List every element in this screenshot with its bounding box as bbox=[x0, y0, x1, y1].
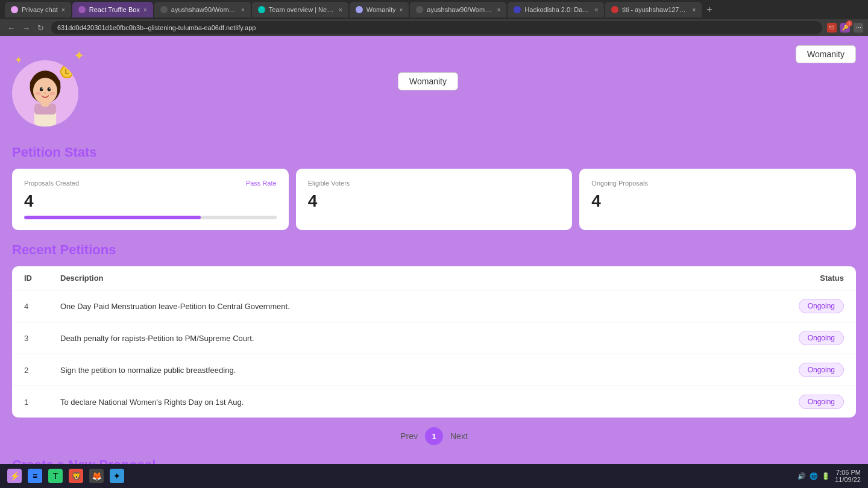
svg-point-1 bbox=[33, 78, 57, 104]
status-badge: Ongoing bbox=[799, 299, 844, 313]
taskbar-right: 🔊 🌐 🔋 7:06 PM 11/09/22 bbox=[797, 469, 861, 483]
proposals-created-label: Proposals Created bbox=[24, 180, 79, 187]
url-bar[interactable]: 631dd0d420301d1e0fbc0b3b--glistening-tul… bbox=[51, 21, 822, 34]
row-4-status-cell: Ongoing bbox=[747, 395, 844, 409]
progress-bar-container bbox=[24, 216, 277, 219]
header: ✦ ✦ bbox=[0, 48, 868, 127]
tab-icon-womanity bbox=[356, 6, 363, 13]
taskbar-icon-5[interactable]: ✦ bbox=[110, 469, 124, 483]
start-icon[interactable]: ⚡ bbox=[7, 469, 22, 483]
petition-stats-section: Petition Stats Proposals Created Pass Ra… bbox=[0, 145, 868, 230]
taskbar-icon-2[interactable]: T bbox=[48, 469, 63, 483]
tab-icon-team-overview bbox=[258, 6, 265, 13]
table-row: 2 Sign the petition to normalize public … bbox=[12, 354, 856, 386]
row-4-id: 1 bbox=[24, 398, 60, 407]
eligible-voters-label-row: Eligible Voters bbox=[308, 180, 561, 187]
coin-badge: L bbox=[60, 65, 74, 78]
brave-extension-icon[interactable]: 🛡 bbox=[827, 23, 837, 33]
ongoing-proposals-label: Ongoing Proposals bbox=[591, 180, 648, 187]
next-page-button[interactable]: Next bbox=[450, 431, 468, 441]
womanity-center-button[interactable]: Womanity bbox=[398, 72, 458, 90]
petitions-table: ID Description Status 4 One Day Paid Men… bbox=[12, 266, 856, 418]
recent-petitions-section: Recent Petitions ID Description Status 4… bbox=[0, 242, 868, 445]
taskbar-sys-icon-3: 🔋 bbox=[822, 472, 830, 480]
tab-close-privacy-chat[interactable]: × bbox=[61, 7, 65, 13]
proposals-created-card: Proposals Created Pass Rate 4 bbox=[12, 169, 289, 230]
current-page[interactable]: 1 bbox=[425, 427, 443, 445]
tab-label-womanity: Womanity bbox=[366, 6, 396, 13]
tab-titi[interactable]: titi - ayushshaw127@g... × bbox=[605, 2, 702, 17]
nav-buttons: ← → ↻ bbox=[5, 22, 46, 34]
proposals-created-value: 4 bbox=[24, 192, 277, 211]
tab-privacy-chat[interactable]: Privacy chat × bbox=[5, 2, 71, 17]
svg-point-7 bbox=[36, 92, 41, 95]
tab-close-ayushshaw-1[interactable]: × bbox=[241, 7, 245, 13]
forward-button[interactable]: → bbox=[20, 22, 33, 34]
taskbar-icon-4[interactable]: 🦊 bbox=[89, 469, 104, 483]
back-button[interactable]: ← bbox=[5, 22, 17, 34]
tab-close-hackodisha[interactable]: × bbox=[594, 7, 598, 13]
url-text: 631dd0d420301d1e0fbc0b3b--glistening-tul… bbox=[57, 24, 256, 31]
sparkle-icon-tr: ✦ bbox=[74, 48, 84, 64]
recent-petitions-title: Recent Petitions bbox=[12, 242, 856, 258]
taskbar-icon-1[interactable]: ≡ bbox=[28, 469, 42, 483]
row-1-status-cell: Ongoing bbox=[747, 299, 844, 313]
progress-bar-fill bbox=[24, 216, 201, 219]
reload-button[interactable]: ↻ bbox=[35, 22, 46, 34]
svg-point-4 bbox=[42, 88, 43, 89]
tab-label-ayushshaw-2: ayushshaw90/Womanit... bbox=[427, 6, 493, 13]
tab-label-titi: titi - ayushshaw127@g... bbox=[622, 6, 688, 13]
taskbar-sys-icons: 🔊 🌐 🔋 bbox=[797, 472, 830, 480]
tab-icon-ayushshaw-2 bbox=[416, 6, 423, 13]
col-header-id: ID bbox=[24, 274, 60, 283]
tab-close-womanity[interactable]: × bbox=[399, 7, 403, 13]
tab-ayushshaw-1[interactable]: ayushshaw90/Womanit... × bbox=[154, 2, 251, 17]
taskbar-date-display: 11/09/22 bbox=[835, 476, 861, 483]
extensions-area: 🛡 🔑 ! ⋯ bbox=[827, 23, 863, 33]
tab-hackodisha[interactable]: Hackodisha 2.0: Dashb... × bbox=[508, 2, 604, 17]
page-content: Womanity ✦ ✦ bbox=[0, 36, 868, 488]
row-2-status-cell: Ongoing bbox=[747, 331, 844, 345]
pagination: Prev 1 Next bbox=[12, 427, 856, 445]
womanity-center: Womanity bbox=[398, 72, 458, 90]
tab-ayushshaw-2[interactable]: ayushshaw90/Womanit... × bbox=[410, 2, 506, 17]
col-header-status: Status bbox=[747, 274, 844, 283]
taskbar-icon-3[interactable]: 🦁 bbox=[69, 469, 83, 483]
svg-point-2 bbox=[40, 87, 43, 91]
tab-womanity[interactable]: Womanity × bbox=[350, 2, 409, 17]
address-bar: ← → ↻ 631dd0d420301d1e0fbc0b3b--glisteni… bbox=[0, 19, 868, 36]
tab-icon-ayushshaw-1 bbox=[160, 6, 168, 13]
tab-label-ayushshaw-1: ayushshaw90/Womanit... bbox=[171, 6, 237, 13]
taskbar-sys-icon-1: 🔊 bbox=[797, 472, 806, 480]
svg-point-3 bbox=[48, 87, 51, 91]
tab-react-truffle[interactable]: React Truffle Box × bbox=[72, 2, 153, 17]
svg-point-11 bbox=[41, 101, 50, 107]
avatar-section: ✦ ✦ bbox=[12, 48, 90, 127]
proposals-created-label-row: Proposals Created Pass Rate bbox=[24, 180, 277, 187]
tab-close-ayushshaw-2[interactable]: × bbox=[497, 7, 500, 13]
tab-team-overview[interactable]: Team overview | Netlify × bbox=[252, 2, 348, 17]
tab-close-team-overview[interactable]: × bbox=[339, 7, 342, 13]
col-header-description: Description bbox=[60, 274, 747, 283]
row-1-id: 4 bbox=[24, 302, 60, 311]
pass-rate-label: Pass Rate bbox=[246, 180, 277, 187]
more-extensions-icon[interactable]: ⋯ bbox=[854, 23, 863, 33]
prev-page-button[interactable]: Prev bbox=[400, 431, 418, 441]
new-tab-button[interactable]: + bbox=[703, 4, 715, 15]
row-4-description: To declare National Women's Rights Day o… bbox=[60, 398, 747, 407]
status-badge: Ongoing bbox=[799, 395, 844, 409]
svg-point-6 bbox=[44, 92, 46, 94]
ongoing-proposals-label-row: Ongoing Proposals bbox=[591, 180, 844, 187]
row-2-id: 3 bbox=[24, 334, 60, 343]
tab-icon-titi bbox=[611, 6, 618, 13]
tab-close-react-truffle[interactable]: × bbox=[143, 7, 147, 13]
tab-label-privacy-chat: Privacy chat bbox=[22, 6, 58, 13]
eligible-voters-value: 4 bbox=[308, 192, 561, 211]
taskbar-sys-icon-2: 🌐 bbox=[810, 472, 818, 480]
row-3-description: Sign the petition to normalize public br… bbox=[60, 366, 747, 375]
wallet-extension-icon[interactable]: 🔑 ! bbox=[840, 23, 850, 33]
tab-close-titi[interactable]: × bbox=[692, 7, 696, 13]
tab-bar: Privacy chat × React Truffle Box × ayush… bbox=[0, 0, 868, 19]
tab-label-hackodisha: Hackodisha 2.0: Dashb... bbox=[524, 6, 591, 13]
eligible-voters-card: Eligible Voters 4 bbox=[296, 169, 573, 230]
